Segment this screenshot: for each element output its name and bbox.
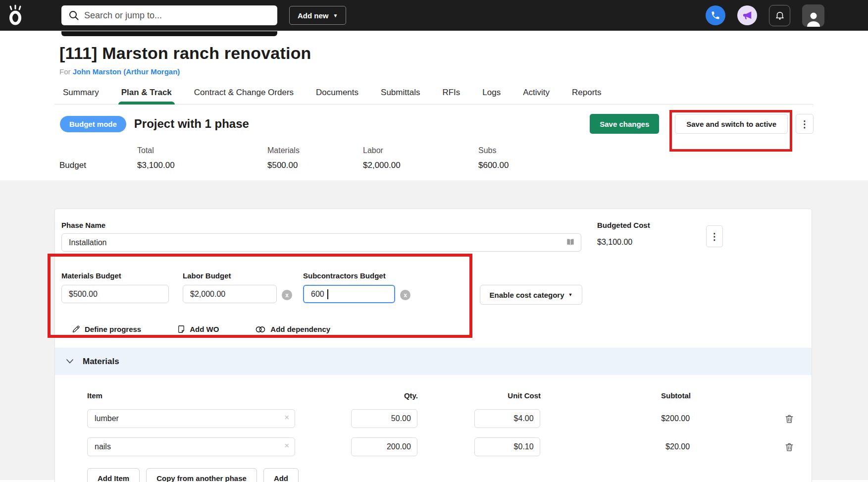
phase-section-heading: Project with 1 phase <box>134 117 249 131</box>
top-navigation-bar: Add new ▼ <box>0 0 868 31</box>
phase-card: Phase Name Budgeted Co <box>54 209 812 482</box>
materials-budget-label: Materials Budget <box>61 271 169 280</box>
clear-x-icon: x <box>404 292 407 299</box>
table-row: × $20.00 <box>87 437 796 456</box>
materials-section-header[interactable]: Materials <box>55 348 812 375</box>
subcontractors-budget-clear-button[interactable]: x <box>400 290 410 300</box>
tab-activity[interactable]: Activity <box>522 84 551 104</box>
budget-subs-value: $600.00 <box>478 161 868 170</box>
person-icon <box>805 11 822 27</box>
pencil-icon <box>71 324 81 334</box>
chevron-down-icon <box>66 359 74 364</box>
chevron-down-icon: ▼ <box>568 292 572 297</box>
search-input[interactable] <box>84 10 262 21</box>
add-button[interactable]: Add <box>263 468 299 482</box>
labor-budget-clear-button[interactable]: x <box>282 290 292 300</box>
phone-icon <box>711 10 720 20</box>
tab-documents[interactable]: Documents <box>315 84 359 104</box>
phase-name-label: Phase Name <box>61 221 581 229</box>
kebab-icon: ⋮ <box>710 231 719 242</box>
work-order-note-icon <box>177 324 186 334</box>
project-client-line: For John Marston (Arthur Morgan) <box>59 67 868 76</box>
trash-icon <box>784 414 796 424</box>
phase-kebab-menu-button[interactable]: ⋮ <box>706 225 723 247</box>
subcontractors-budget-label: Subcontractors Budget <box>303 271 395 280</box>
clear-x-icon: x <box>285 292 289 299</box>
app-logo-icon[interactable] <box>6 4 25 26</box>
subtotal-value: $200.00 <box>540 414 690 423</box>
labor-budget-input[interactable] <box>183 285 277 303</box>
tab-plan-and-track[interactable]: Plan & Track <box>120 84 173 104</box>
clear-x-icon: × <box>284 441 289 450</box>
tab-logs[interactable]: Logs <box>481 84 502 104</box>
add-wo-link[interactable]: Add WO <box>177 324 219 334</box>
item-clear-button[interactable]: × <box>284 441 289 451</box>
budgeted-cost-label: Budgeted Cost <box>597 221 684 229</box>
item-name-input[interactable] <box>87 437 295 456</box>
budget-col-total-label: Total <box>137 146 267 155</box>
delete-row-button[interactable] <box>784 442 796 452</box>
header-item: Item <box>87 391 296 400</box>
toolbar-kebab-menu-button[interactable]: ⋮ <box>796 114 814 134</box>
phone-button[interactable] <box>706 5 725 25</box>
budget-materials-value: $500.00 <box>267 161 363 170</box>
budget-col-labor-label: Labor <box>363 146 478 155</box>
budget-col-materials-label: Materials <box>267 146 363 155</box>
materials-section-title: Materials <box>83 357 119 367</box>
text-cursor <box>327 289 328 299</box>
subtotal-value: $20.00 <box>540 442 690 451</box>
subcontractors-budget-input[interactable] <box>303 285 395 303</box>
catalog-book-icon[interactable] <box>565 237 575 247</box>
add-item-button[interactable]: Add Item <box>87 468 140 482</box>
add-dependency-link[interactable]: Add dependency <box>255 325 330 334</box>
budget-summary: Budget Total Materials Labor Subs $3,100… <box>0 146 868 180</box>
unit-cost-input[interactable] <box>474 409 540 428</box>
qty-input[interactable] <box>351 437 417 456</box>
announcements-button[interactable] <box>737 5 757 25</box>
tab-contract-change-orders[interactable]: Contract & Change Orders <box>193 84 295 104</box>
header-qty: Qty. <box>352 391 418 400</box>
clear-x-icon: × <box>284 413 289 422</box>
item-name-input[interactable] <box>87 409 295 428</box>
item-clear-button[interactable]: × <box>284 413 289 423</box>
project-tabs: Summary Plan & Track Contract & Change O… <box>54 84 814 105</box>
header-subtotal: Subtotal <box>541 391 691 400</box>
link-chain-icon <box>255 325 266 334</box>
copy-from-another-phase-button[interactable]: Copy from another phase <box>146 468 257 482</box>
budgeted-cost-value: $3,100.00 <box>597 238 684 247</box>
budget-row-label: Budget <box>59 161 137 170</box>
phase-name-input[interactable] <box>61 233 581 252</box>
qty-input[interactable] <box>351 409 417 428</box>
notifications-button[interactable] <box>769 5 790 26</box>
enable-cost-category-button[interactable]: Enable cost category ▼ <box>480 285 582 305</box>
search-dropdown-stub <box>61 31 277 36</box>
tab-rfis[interactable]: RFIs <box>441 84 461 104</box>
global-search[interactable] <box>61 5 277 25</box>
delete-row-button[interactable] <box>784 414 796 424</box>
budget-labor-value: $2,000.00 <box>363 161 478 170</box>
chevron-down-icon: ▼ <box>333 13 338 18</box>
save-and-switch-button[interactable]: Save and switch to active <box>675 114 788 134</box>
search-icon <box>68 10 79 21</box>
megaphone-icon <box>742 10 753 21</box>
trash-icon <box>784 442 796 452</box>
add-new-button[interactable]: Add new ▼ <box>289 6 346 25</box>
kebab-icon: ⋮ <box>800 119 810 129</box>
app-window: Add new ▼ <box>0 0 868 482</box>
budget-col-subs-label: Subs <box>478 146 868 155</box>
table-row: × $200.00 <box>87 409 796 428</box>
tab-reports[interactable]: Reports <box>571 84 603 104</box>
materials-table: Item Qty. Unit Cost Subtotal × $200.00 <box>55 375 812 482</box>
budget-mode-badge: Budget mode <box>60 116 126 132</box>
tab-summary[interactable]: Summary <box>62 84 100 104</box>
save-changes-button[interactable]: Save changes <box>590 114 659 134</box>
user-avatar[interactable] <box>802 4 824 27</box>
unit-cost-input[interactable] <box>474 437 540 456</box>
define-progress-link[interactable]: Define progress <box>71 324 141 334</box>
materials-budget-input[interactable] <box>61 285 169 303</box>
bell-icon <box>774 10 785 21</box>
tab-submittals[interactable]: Submittals <box>380 84 421 104</box>
client-link[interactable]: John Marston (Arthur Morgan) <box>73 67 180 76</box>
header-unit-cost: Unit Cost <box>475 391 541 400</box>
labor-budget-label: Labor Budget <box>183 271 277 280</box>
